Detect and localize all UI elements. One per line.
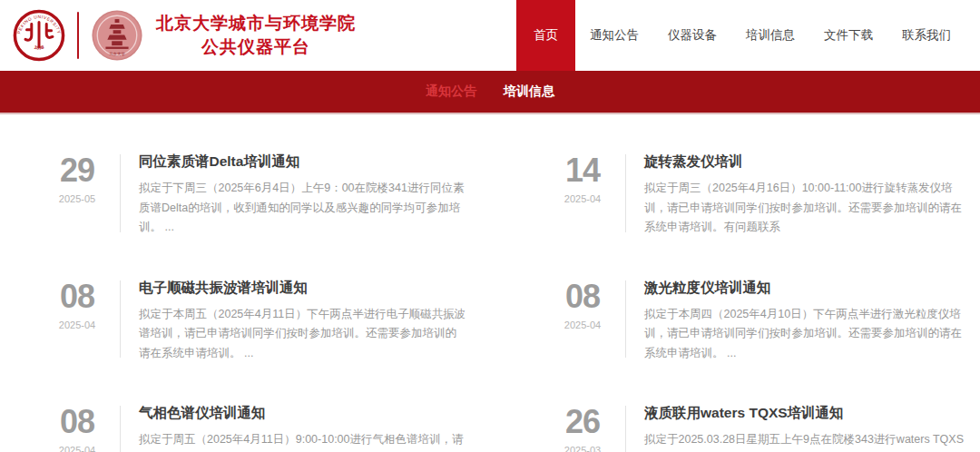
nav-item-contact[interactable]: 联系我们 bbox=[887, 0, 965, 71]
nav-item-instruments[interactable]: 仪器设备 bbox=[653, 0, 731, 71]
divider bbox=[625, 154, 626, 232]
main-nav: 首页 通知公告 仪器设备 培训信息 文件下载 联系我们 bbox=[516, 0, 965, 71]
notice-month: 2025-04 bbox=[53, 319, 102, 330]
page-header: PEKING UNIVERSITY 1898 北京大学 北京大学城市与环境学 bbox=[0, 0, 980, 71]
nav-item-downloads[interactable]: 文件下载 bbox=[809, 0, 887, 71]
notice-date: 08 2025-04 bbox=[53, 279, 102, 330]
notice-day: 14 bbox=[558, 154, 607, 187]
notice-item[interactable]: 08 2025-04 电子顺磁共振波谱培训通知 拟定于本周五（2025年4月11… bbox=[53, 279, 467, 364]
nav-item-training[interactable]: 培训信息 bbox=[731, 0, 809, 71]
notice-title[interactable]: 同位素质谱Delta培训通知 bbox=[139, 152, 467, 171]
notice-excerpt: 拟定于2025.03.28日星期五上午9点在院楼343进行waters TQXS… bbox=[644, 430, 973, 452]
notice-day: 08 bbox=[53, 280, 102, 313]
notice-title[interactable]: 液质联用waters TQXS培训通知 bbox=[644, 404, 973, 422]
nav-item-home[interactable]: 首页 bbox=[516, 0, 575, 71]
logo-divider bbox=[77, 12, 79, 59]
subnav-tab-notices[interactable]: 通知公告 bbox=[426, 84, 476, 100]
nav-item-notices[interactable]: 通知公告 bbox=[575, 0, 653, 71]
divider bbox=[120, 406, 121, 452]
notice-excerpt: 拟定于本周四（2025年4月10日）下午两点半进行激光粒度仪培训，请已申请培训同… bbox=[644, 305, 973, 364]
divider bbox=[120, 280, 121, 359]
subnav-tab-training[interactable]: 培训信息 bbox=[504, 84, 554, 100]
notice-list: 29 2025-05 同位素质谱Delta培训通知 拟定于下周三（2025年6月… bbox=[0, 114, 980, 452]
notice-excerpt: 拟定于周三（2025年4月16日）10:00-11:00进行旋转蒸发仪培训，请已… bbox=[644, 179, 973, 238]
divider bbox=[120, 154, 121, 232]
notice-day: 08 bbox=[558, 280, 607, 313]
site-title: 北京大学城市与环境学院 公共仪器平台 bbox=[156, 12, 356, 58]
svg-text:北京大学: 北京大学 bbox=[109, 52, 125, 56]
notice-month: 2025-04 bbox=[558, 193, 607, 204]
divider bbox=[625, 280, 626, 359]
site-title-line2: 公共仪器平台 bbox=[156, 35, 356, 59]
notice-date: 08 2025-04 bbox=[53, 404, 102, 452]
notice-title[interactable]: 旋转蒸发仪培训 bbox=[644, 152, 973, 171]
notice-excerpt: 拟定于周五（2025年4月11日）9:00-10:00进行气相色谱培训，请已申请… bbox=[139, 430, 467, 452]
notice-excerpt: 拟定于本周五（2025年4月11日）下午两点半进行电子顺磁共振波谱培训，请已申请… bbox=[139, 305, 467, 364]
notice-date: 08 2025-04 bbox=[558, 279, 607, 330]
notice-date: 29 2025-05 bbox=[53, 152, 102, 204]
divider bbox=[625, 406, 626, 452]
notice-title[interactable]: 激光粒度仪培训通知 bbox=[644, 279, 973, 297]
pku-university-seal-icon: PEKING UNIVERSITY 1898 bbox=[13, 9, 65, 62]
notice-month: 2025-04 bbox=[53, 445, 102, 452]
subnav-bar: 通知公告 培训信息 bbox=[0, 71, 980, 114]
notice-item[interactable]: 08 2025-04 激光粒度仪培训通知 拟定于本周四（2025年4月10日）下… bbox=[558, 279, 973, 364]
notice-excerpt: 拟定于下周三（2025年6月4日）上午9：00在院楼341进行同位素质谱Delt… bbox=[139, 179, 467, 238]
notice-date: 26 2025-03 bbox=[558, 404, 607, 452]
site-title-line1: 北京大学城市与环境学院 bbox=[156, 12, 356, 35]
brand-block[interactable]: PEKING UNIVERSITY 1898 北京大学 北京大学城市与环境学 bbox=[13, 0, 356, 71]
notice-title[interactable]: 电子顺磁共振波谱培训通知 bbox=[139, 279, 467, 297]
notice-day: 08 bbox=[53, 406, 102, 438]
notice-date: 14 2025-04 bbox=[558, 152, 607, 204]
notice-item[interactable]: 26 2025-03 液质联用waters TQXS培训通知 拟定于2025.0… bbox=[558, 404, 973, 452]
college-seal-icon: 北京大学 bbox=[91, 9, 143, 62]
notice-item[interactable]: 29 2025-05 同位素质谱Delta培训通知 拟定于下周三（2025年6月… bbox=[53, 152, 467, 238]
notice-day: 26 bbox=[558, 406, 607, 438]
notice-title[interactable]: 气相色谱仪培训通知 bbox=[139, 404, 467, 422]
notice-item[interactable]: 08 2025-04 气相色谱仪培训通知 拟定于周五（2025年4月11日）9:… bbox=[53, 404, 467, 452]
notice-month: 2025-03 bbox=[558, 445, 607, 452]
notice-item[interactable]: 14 2025-04 旋转蒸发仪培训 拟定于周三（2025年4月16日）10:0… bbox=[558, 152, 973, 238]
notice-month: 2025-05 bbox=[53, 193, 102, 204]
notice-month: 2025-04 bbox=[558, 319, 607, 330]
notice-day: 29 bbox=[53, 154, 102, 187]
